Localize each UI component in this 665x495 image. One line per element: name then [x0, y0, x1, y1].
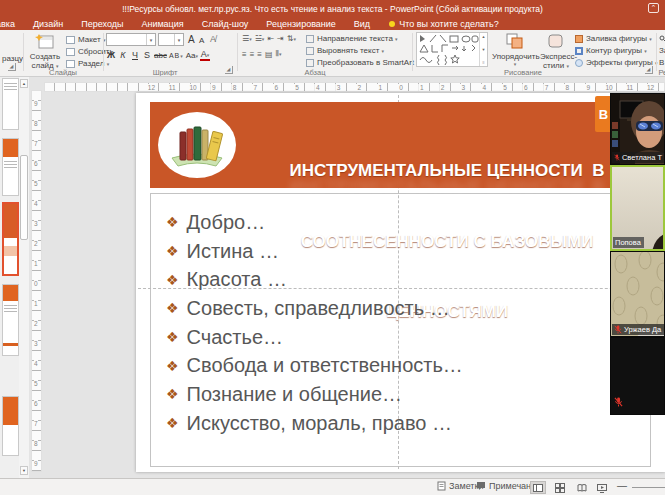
- bullet-item[interactable]: ❖Совесть, справедливость …: [166, 294, 463, 323]
- editing-group-label: Реда: [657, 68, 665, 77]
- drawing-dialog-launcher[interactable]: ◢: [645, 66, 653, 74]
- slide-thumbnail-5[interactable]: [2, 396, 19, 456]
- bullet-item[interactable]: ❖Красота …: [166, 265, 463, 294]
- clear-formatting-button[interactable]: A̸: [210, 34, 216, 44]
- bullet-text: Познание и общение…: [187, 383, 403, 406]
- bullet-glyph: ❖: [166, 415, 179, 431]
- h-ruler-number: 9: [210, 84, 218, 91]
- font-size-combo[interactable]: ▾: [158, 33, 184, 46]
- reading-view-button[interactable]: [574, 481, 590, 494]
- columns-button[interactable]: ⫴▾: [276, 49, 282, 59]
- decrease-indent-button[interactable]: ⇤: [267, 34, 274, 43]
- shrink-font-button[interactable]: А: [199, 36, 204, 45]
- bullet-glyph: ❖: [166, 329, 179, 345]
- zoom-out-button[interactable]: —: [617, 480, 627, 491]
- video-tile-1[interactable]: Светлана Т: [610, 93, 665, 165]
- tab-4[interactable]: Анимация: [132, 19, 192, 29]
- thumbnail-scrollbar[interactable]: ▲ ▼: [19, 77, 29, 478]
- scroll-up-icon[interactable]: ▲: [20, 79, 28, 88]
- tab-3[interactable]: Переходы: [72, 19, 132, 29]
- font-color-button[interactable]: А▾: [200, 49, 210, 61]
- justify-button[interactable]: ▤: [265, 50, 273, 59]
- slide-title-banner[interactable]: ИНСТРУМЕНТАЛЬНЫЕ ЦЕННОСТИ В СООТНЕСЕННОС…: [150, 102, 651, 188]
- align-right-button[interactable]: ≡: [257, 50, 262, 59]
- slide-thumbnail-2[interactable]: [2, 138, 19, 196]
- bold-button[interactable]: Ж: [106, 50, 116, 60]
- text-shadow-button[interactable]: S: [142, 50, 152, 60]
- line-spacing-button[interactable]: ⇅▾: [287, 34, 296, 43]
- bullet-item[interactable]: ❖Счастье…: [166, 323, 463, 352]
- shape-fill-button[interactable]: Заливка фигуры ▾: [575, 34, 652, 43]
- ribbon-display-options-icon[interactable]: ⌃: [648, 3, 659, 13]
- participant-name: Светлана Т: [622, 153, 662, 162]
- bullet-item[interactable]: ❖Свобода и ответственность…: [166, 351, 463, 380]
- text-direction-button[interactable]: Направление текста ▾: [306, 34, 398, 43]
- video-tile-4[interactable]: [610, 337, 665, 415]
- new-slide-button[interactable]: Создать слайд ▾: [26, 33, 64, 71]
- video-tile-3[interactable]: Уржаев Да: [610, 251, 665, 337]
- italic-button[interactable]: К: [118, 50, 128, 60]
- bullet-text: Свобода и ответственность…: [187, 354, 463, 377]
- increase-indent-button[interactable]: ⇥: [277, 34, 284, 43]
- h-ruler-number: 6: [272, 84, 280, 91]
- participant-name: Уржаев Да: [624, 325, 661, 334]
- h-ruler-number: 1: [418, 84, 426, 91]
- strikethrough-button[interactable]: abc: [154, 51, 167, 60]
- normal-view-button[interactable]: [530, 481, 546, 494]
- slide-thumbnail-4[interactable]: [2, 284, 19, 356]
- shape-outline-button[interactable]: Контур фигуры ▾: [575, 46, 647, 55]
- tab-5[interactable]: Слайд-шоу: [193, 19, 258, 29]
- v-ruler: 9876543210123456789: [31, 90, 42, 472]
- format-painter-partial[interactable]: разцу: [2, 54, 23, 63]
- v-ruler-number: 9: [34, 99, 38, 108]
- bullets-button[interactable]: ☰▾: [242, 34, 252, 43]
- font-name-combo[interactable]: ▾: [106, 33, 156, 46]
- v-ruler-number: 5: [34, 179, 38, 188]
- select-button[interactable]: В: [659, 58, 664, 67]
- bullet-item[interactable]: ❖Добро…: [166, 208, 463, 237]
- slide-canvas[interactable]: ИНСТРУМЕНТАЛЬНЫЕ ЦЕННОСТИ В СООТНЕСЕННОС…: [136, 93, 665, 472]
- scrollbar-handle[interactable]: [20, 155, 28, 240]
- character-spacing-button[interactable]: АВ▾: [169, 52, 184, 59]
- bullet-list[interactable]: ❖Добро…❖Истина …❖Красота …❖Совесть, спра…: [166, 208, 463, 438]
- bullet-text: Красота …: [187, 268, 287, 291]
- clipboard-dialog-launcher[interactable]: ◢: [8, 63, 16, 71]
- arrange-button[interactable]: Упорядочить ▾: [492, 33, 538, 67]
- tell-me-box[interactable]: Что вы хотите сделать?: [389, 19, 499, 29]
- layout-button[interactable]: Макет ▾: [66, 35, 105, 44]
- find-button[interactable]: Н: [659, 34, 665, 43]
- grow-font-button[interactable]: А: [188, 34, 195, 45]
- video-tile-2[interactable]: Попова: [610, 165, 665, 251]
- tab-1[interactable]: авка: [0, 19, 24, 29]
- h-ruler-number: 7: [252, 84, 260, 91]
- align-left-button[interactable]: ≡: [242, 50, 247, 59]
- zoom-slider[interactable]: [632, 487, 665, 488]
- v-ruler-number: 4: [34, 199, 38, 208]
- mic-muted-icon: [614, 397, 623, 407]
- convert-smartart-button[interactable]: Преобразовать в SmartArt ▾: [306, 58, 419, 67]
- slide-thumbnail-1[interactable]: [2, 78, 19, 130]
- quick-styles-button[interactable]: Экспресс- стили ▾: [540, 33, 572, 71]
- replace-button[interactable]: За: [659, 46, 665, 55]
- h-ruler-number: 10: [187, 84, 198, 91]
- scroll-down-icon[interactable]: ▼: [20, 466, 28, 475]
- h-ruler-number: 8: [231, 84, 239, 91]
- change-case-button[interactable]: Aa▾: [186, 51, 198, 60]
- bullet-item[interactable]: ❖Познание и общение…: [166, 380, 463, 409]
- bullet-item[interactable]: ❖Истина …: [166, 237, 463, 266]
- tab-6[interactable]: Рецензирование: [257, 19, 345, 29]
- slide-sorter-view-button[interactable]: [552, 481, 568, 494]
- tab-7[interactable]: Вид: [345, 19, 379, 29]
- mic-muted-icon: [614, 153, 620, 162]
- numbering-button[interactable]: ☱▾: [255, 34, 265, 43]
- align-center-button[interactable]: ≡: [250, 50, 255, 59]
- align-text-button[interactable]: Выровнять текст ▾: [306, 46, 384, 55]
- slide-thumbnail-3-selected[interactable]: [2, 202, 19, 276]
- shapes-scroll[interactable]: ▲▼≡: [479, 33, 487, 66]
- bullet-item[interactable]: ❖Искусство, мораль, право …: [166, 409, 463, 438]
- shapes-gallery[interactable]: ▲▼≡: [416, 32, 488, 67]
- font-dialog-launcher[interactable]: ◢: [225, 66, 233, 74]
- slideshow-view-button[interactable]: [594, 481, 610, 494]
- tab-2[interactable]: Дизайн: [24, 19, 72, 29]
- underline-button[interactable]: Ч: [130, 50, 140, 60]
